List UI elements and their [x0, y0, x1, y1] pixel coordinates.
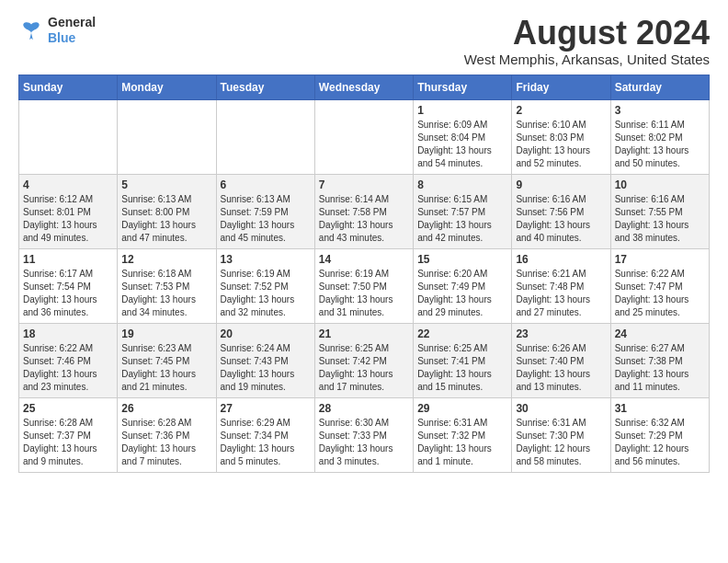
day-number: 15 — [417, 253, 507, 266]
day-info: Sunrise: 6:32 AM Sunset: 7:29 PM Dayligh… — [615, 417, 705, 468]
day-number: 20 — [221, 327, 311, 340]
day-info: Sunrise: 6:13 AM Sunset: 8:00 PM Dayligh… — [121, 193, 211, 245]
day-info: Sunrise: 6:31 AM Sunset: 7:32 PM Dayligh… — [417, 417, 507, 468]
calendar-cell: 22Sunrise: 6:25 AM Sunset: 7:41 PM Dayli… — [414, 323, 512, 397]
header-cell-wednesday: Wednesday — [314, 75, 413, 99]
calendar-cell — [118, 99, 216, 174]
day-number: 29 — [417, 402, 507, 415]
day-number: 16 — [516, 253, 606, 266]
calendar-cell: 12Sunrise: 6:18 AM Sunset: 7:53 PM Dayli… — [118, 248, 216, 323]
calendar-cell: 24Sunrise: 6:27 AM Sunset: 7:38 PM Dayli… — [610, 323, 709, 397]
day-number: 5 — [121, 178, 211, 191]
calendar-cell: 13Sunrise: 6:19 AM Sunset: 7:52 PM Dayli… — [216, 248, 314, 323]
calendar-cell: 7Sunrise: 6:14 AM Sunset: 7:58 PM Daylig… — [314, 174, 413, 248]
day-number: 1 — [417, 104, 507, 117]
day-number: 14 — [319, 253, 409, 266]
day-info: Sunrise: 6:27 AM Sunset: 7:38 PM Dayligh… — [615, 342, 705, 394]
calendar-cell: 28Sunrise: 6:30 AM Sunset: 7:33 PM Dayli… — [314, 397, 413, 472]
day-number: 30 — [516, 402, 606, 415]
day-number: 10 — [615, 178, 705, 191]
day-number: 26 — [121, 402, 211, 415]
calendar-cell: 23Sunrise: 6:26 AM Sunset: 7:40 PM Dayli… — [512, 323, 610, 397]
page-title: August 2024 — [464, 15, 710, 52]
calendar-cell: 18Sunrise: 6:22 AM Sunset: 7:46 PM Dayli… — [19, 323, 118, 397]
calendar-cell: 25Sunrise: 6:28 AM Sunset: 7:37 PM Dayli… — [19, 397, 118, 472]
day-info: Sunrise: 6:10 AM Sunset: 8:03 PM Dayligh… — [516, 119, 606, 170]
day-info: Sunrise: 6:17 AM Sunset: 7:54 PM Dayligh… — [23, 268, 113, 319]
header-cell-monday: Monday — [118, 75, 216, 99]
logo: General Blue — [18, 15, 96, 46]
day-number: 22 — [417, 327, 507, 340]
calendar-cell: 1Sunrise: 6:09 AM Sunset: 8:04 PM Daylig… — [414, 99, 512, 174]
week-row: 11Sunrise: 6:17 AM Sunset: 7:54 PM Dayli… — [19, 248, 710, 323]
calendar-cell: 3Sunrise: 6:11 AM Sunset: 8:02 PM Daylig… — [610, 99, 709, 174]
week-row: 1Sunrise: 6:09 AM Sunset: 8:04 PM Daylig… — [19, 99, 710, 174]
header-cell-tuesday: Tuesday — [216, 75, 314, 99]
title-area: August 2024 West Memphis, Arkansas, Unit… — [464, 15, 710, 67]
calendar-cell: 14Sunrise: 6:19 AM Sunset: 7:50 PM Dayli… — [314, 248, 413, 323]
calendar-cell: 15Sunrise: 6:20 AM Sunset: 7:49 PM Dayli… — [414, 248, 512, 323]
day-info: Sunrise: 6:16 AM Sunset: 7:55 PM Dayligh… — [615, 193, 705, 245]
day-info: Sunrise: 6:21 AM Sunset: 7:48 PM Dayligh… — [516, 268, 606, 319]
day-number: 21 — [319, 327, 409, 340]
calendar-cell: 8Sunrise: 6:15 AM Sunset: 7:57 PM Daylig… — [414, 174, 512, 248]
day-number: 13 — [221, 253, 311, 266]
header-cell-thursday: Thursday — [414, 75, 512, 99]
calendar-cell: 30Sunrise: 6:31 AM Sunset: 7:30 PM Dayli… — [512, 397, 610, 472]
day-info: Sunrise: 6:26 AM Sunset: 7:40 PM Dayligh… — [516, 342, 606, 394]
day-number: 11 — [23, 253, 113, 266]
day-info: Sunrise: 6:31 AM Sunset: 7:30 PM Dayligh… — [516, 417, 606, 468]
header-cell-saturday: Saturday — [610, 75, 709, 99]
calendar-cell: 2Sunrise: 6:10 AM Sunset: 8:03 PM Daylig… — [512, 99, 610, 174]
day-number: 24 — [615, 327, 705, 340]
calendar-body: 1Sunrise: 6:09 AM Sunset: 8:04 PM Daylig… — [19, 99, 710, 472]
day-info: Sunrise: 6:25 AM Sunset: 7:42 PM Dayligh… — [319, 342, 409, 394]
day-number: 2 — [516, 104, 606, 117]
day-number: 28 — [319, 402, 409, 415]
day-info: Sunrise: 6:18 AM Sunset: 7:53 PM Dayligh… — [121, 268, 211, 319]
day-number: 9 — [516, 178, 606, 191]
calendar-cell: 11Sunrise: 6:17 AM Sunset: 7:54 PM Dayli… — [19, 248, 118, 323]
calendar-cell: 19Sunrise: 6:23 AM Sunset: 7:45 PM Dayli… — [118, 323, 216, 397]
day-info: Sunrise: 6:23 AM Sunset: 7:45 PM Dayligh… — [121, 342, 211, 394]
day-number: 23 — [516, 327, 606, 340]
day-number: 19 — [121, 327, 211, 340]
calendar-cell: 27Sunrise: 6:29 AM Sunset: 7:34 PM Dayli… — [216, 397, 314, 472]
day-info: Sunrise: 6:22 AM Sunset: 7:47 PM Dayligh… — [615, 268, 705, 319]
calendar-table: SundayMondayTuesdayWednesdayThursdayFrid… — [18, 75, 710, 473]
day-number: 12 — [121, 253, 211, 266]
day-info: Sunrise: 6:30 AM Sunset: 7:33 PM Dayligh… — [319, 417, 409, 468]
calendar-cell: 20Sunrise: 6:24 AM Sunset: 7:43 PM Dayli… — [216, 323, 314, 397]
day-info: Sunrise: 6:28 AM Sunset: 7:36 PM Dayligh… — [121, 417, 211, 468]
calendar-cell — [19, 99, 118, 174]
day-number: 25 — [23, 402, 113, 415]
day-info: Sunrise: 6:15 AM Sunset: 7:57 PM Dayligh… — [417, 193, 507, 245]
day-number: 18 — [23, 327, 113, 340]
day-number: 3 — [615, 104, 705, 117]
day-info: Sunrise: 6:16 AM Sunset: 7:56 PM Dayligh… — [516, 193, 606, 245]
header-cell-sunday: Sunday — [19, 75, 118, 99]
day-info: Sunrise: 6:24 AM Sunset: 7:43 PM Dayligh… — [221, 342, 311, 394]
day-info: Sunrise: 6:14 AM Sunset: 7:58 PM Dayligh… — [319, 193, 409, 245]
day-number: 8 — [417, 178, 507, 191]
week-row: 25Sunrise: 6:28 AM Sunset: 7:37 PM Dayli… — [19, 397, 710, 472]
calendar-cell: 5Sunrise: 6:13 AM Sunset: 8:00 PM Daylig… — [118, 174, 216, 248]
calendar-cell: 29Sunrise: 6:31 AM Sunset: 7:32 PM Dayli… — [414, 397, 512, 472]
day-info: Sunrise: 6:09 AM Sunset: 8:04 PM Dayligh… — [417, 119, 507, 170]
calendar-cell: 10Sunrise: 6:16 AM Sunset: 7:55 PM Dayli… — [610, 174, 709, 248]
calendar-cell: 26Sunrise: 6:28 AM Sunset: 7:36 PM Dayli… — [118, 397, 216, 472]
calendar-header: SundayMondayTuesdayWednesdayThursdayFrid… — [19, 75, 710, 99]
day-number: 6 — [221, 178, 311, 191]
calendar-cell: 6Sunrise: 6:13 AM Sunset: 7:59 PM Daylig… — [216, 174, 314, 248]
calendar-cell: 31Sunrise: 6:32 AM Sunset: 7:29 PM Dayli… — [610, 397, 709, 472]
day-number: 17 — [615, 253, 705, 266]
day-number: 4 — [23, 178, 113, 191]
calendar-cell: 9Sunrise: 6:16 AM Sunset: 7:56 PM Daylig… — [512, 174, 610, 248]
day-info: Sunrise: 6:20 AM Sunset: 7:49 PM Dayligh… — [417, 268, 507, 319]
calendar-cell — [314, 99, 413, 174]
header: General Blue August 2024 West Memphis, A… — [18, 15, 710, 67]
logo-icon — [18, 17, 44, 43]
calendar-cell: 17Sunrise: 6:22 AM Sunset: 7:47 PM Dayli… — [610, 248, 709, 323]
day-info: Sunrise: 6:12 AM Sunset: 8:01 PM Dayligh… — [23, 193, 113, 245]
day-info: Sunrise: 6:25 AM Sunset: 7:41 PM Dayligh… — [417, 342, 507, 394]
